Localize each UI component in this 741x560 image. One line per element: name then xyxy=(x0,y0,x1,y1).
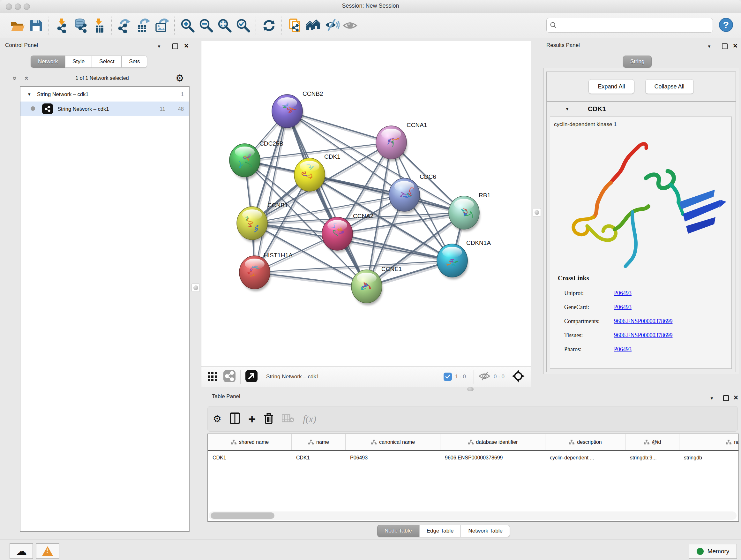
network-collection-row[interactable]: ▼ String Network – cdk1 1 xyxy=(20,87,189,102)
column-type-icon xyxy=(231,440,237,445)
column-header-database-identifier[interactable]: database identifier xyxy=(441,434,545,450)
crosslink-link[interactable]: P06493 xyxy=(614,290,631,297)
table-horizontal-scrollbar[interactable] xyxy=(209,511,737,520)
table-cell[interactable]: P06493 xyxy=(346,451,441,465)
tab-select[interactable]: Select xyxy=(92,56,122,68)
expand-all-tree-button[interactable]: » xyxy=(24,74,28,82)
crosslink-link[interactable]: 9606.ENSP00000378699 xyxy=(614,332,673,339)
tab-network[interactable]: Network xyxy=(30,56,65,68)
results-panel-close-button[interactable]: ✕ xyxy=(733,42,738,50)
import-network-database-button[interactable] xyxy=(71,16,90,35)
table-cell[interactable]: stringdb xyxy=(679,451,739,465)
warnings-button[interactable] xyxy=(36,543,59,559)
table-panel-menu-button[interactable]: ▼ xyxy=(710,395,714,401)
zoom-fit-button[interactable] xyxy=(215,16,234,35)
table-cell[interactable]: stringdb:9... xyxy=(625,451,679,465)
table-cell[interactable]: CDK1 xyxy=(208,451,292,465)
fit-selected-crosshair-button[interactable] xyxy=(512,369,525,384)
table-cell[interactable]: 9606.ENSP00000378699 xyxy=(441,451,545,465)
selected-indicator-checkbox[interactable] xyxy=(444,373,452,381)
table-cell[interactable]: cyclin-dependent ... xyxy=(545,451,625,465)
network-node-CCNA1[interactable]: CCNA1 xyxy=(376,122,427,161)
tab-network-table[interactable]: Network Table xyxy=(461,525,510,537)
duplicate-network-button[interactable] xyxy=(286,16,304,35)
control-panel-title: Control Panel xyxy=(5,42,38,49)
help-button[interactable]: ? xyxy=(718,17,734,34)
tab-node-table[interactable]: Node Table xyxy=(377,525,419,537)
show-hide-button[interactable] xyxy=(323,16,341,35)
tab-sets[interactable]: Sets xyxy=(122,56,147,68)
node-table[interactable]: shared name name canonical name database… xyxy=(207,434,739,522)
create-column-button[interactable]: + xyxy=(248,414,256,424)
cloud-status-button[interactable]: ☁ xyxy=(10,543,33,559)
save-session-button[interactable] xyxy=(27,16,45,35)
delete-column-button[interactable] xyxy=(264,413,273,425)
export-image-button[interactable] xyxy=(152,16,171,35)
expand-all-button[interactable]: Expand All xyxy=(589,79,634,94)
export-table-button[interactable] xyxy=(134,16,152,35)
home-button[interactable] xyxy=(304,16,323,35)
show-columns-button[interactable] xyxy=(230,413,240,425)
network-node-CCNB2[interactable]: CCNB2 xyxy=(272,90,323,130)
section-collapse-icon[interactable]: ▼ xyxy=(565,107,569,111)
table-options-gear-button[interactable]: ⚙ xyxy=(213,414,221,424)
zoom-in-icon xyxy=(180,18,195,33)
network-node-RB1[interactable]: RB1 xyxy=(449,192,490,232)
import-network-button[interactable] xyxy=(53,16,71,35)
network-node-CDK1[interactable]: CDK1 xyxy=(294,153,340,193)
network-options-gear-button[interactable]: ⚙ xyxy=(176,73,184,83)
network-share-button[interactable] xyxy=(223,370,236,384)
refresh-layout-button[interactable] xyxy=(260,16,278,35)
crosslink-link[interactable]: P06493 xyxy=(614,346,631,353)
crosslink-link[interactable]: 9606.ENSP00000378699 xyxy=(614,318,673,325)
column-header-namespace[interactable]: namespace xyxy=(679,434,739,450)
search-box[interactable] xyxy=(546,18,713,33)
column-header-shared-name[interactable]: shared name xyxy=(208,434,292,450)
table-row[interactable]: CDK1 CDK1 P06493 9606.ENSP00000378699 cy… xyxy=(208,451,738,465)
crosslink-link[interactable]: P06493 xyxy=(614,304,631,311)
export-network-button[interactable] xyxy=(116,16,134,35)
eye-disabled-button[interactable] xyxy=(341,16,360,35)
network-row[interactable]: String Network – cdk1 11 48 xyxy=(20,102,189,116)
open-in-string-button[interactable] xyxy=(245,370,258,384)
zoom-selected-button[interactable] xyxy=(234,16,253,35)
open-session-button[interactable] xyxy=(8,16,27,35)
network-edge-count: 48 xyxy=(178,106,184,112)
table-panel-close-button[interactable]: ✕ xyxy=(733,394,738,401)
column-header-canonical-name[interactable]: canonical name xyxy=(346,434,441,450)
results-panel-menu-button[interactable]: ▼ xyxy=(707,44,711,49)
column-header--id[interactable]: @id xyxy=(625,434,679,450)
birdseye-grid-button[interactable] xyxy=(207,371,218,383)
column-header-name[interactable]: name xyxy=(292,434,346,450)
zoom-in-button[interactable] xyxy=(179,16,197,35)
cdk1-section-header[interactable]: ▼ CDK1 xyxy=(547,102,736,116)
tab-string[interactable]: String xyxy=(623,56,652,68)
table-panel-float-button[interactable] xyxy=(723,395,729,402)
table-cell[interactable]: CDK1 xyxy=(292,451,346,465)
import-network-database-icon xyxy=(73,18,88,33)
control-panel-float-button[interactable] xyxy=(172,44,178,51)
zoom-out-button[interactable] xyxy=(197,16,215,35)
collection-expand-icon[interactable]: ▼ xyxy=(20,92,31,97)
tab-style[interactable]: Style xyxy=(65,56,92,68)
memory-ok-dot-icon xyxy=(697,548,704,555)
left-splitter-handle[interactable] xyxy=(192,284,200,292)
control-panel-close-button[interactable]: ✕ xyxy=(184,42,189,50)
results-panel-float-button[interactable] xyxy=(722,44,728,51)
crosslink-label: Tissues: xyxy=(564,332,614,339)
memory-button[interactable]: Memory xyxy=(689,544,737,559)
import-table-button[interactable] xyxy=(90,16,108,35)
crosslinks-list: Uniprot: P06493 GeneCard: P06493 Compart… xyxy=(564,286,724,356)
collapse-all-tree-button[interactable]: » xyxy=(13,74,17,82)
right-splitter-handle[interactable] xyxy=(533,208,541,216)
search-input[interactable] xyxy=(557,22,710,29)
control-panel-menu-button[interactable]: ▼ xyxy=(157,44,161,49)
scrollbar-thumb[interactable] xyxy=(211,512,274,519)
tab-edge-table[interactable]: Edge Table xyxy=(419,525,461,537)
column-header-description[interactable]: description xyxy=(545,434,625,450)
crosshair-icon xyxy=(512,369,525,383)
crosslink-row: Uniprot: P06493 xyxy=(564,286,724,300)
collapse-all-button[interactable]: Collapse All xyxy=(645,79,694,94)
network-canvas[interactable]: CCNB2 CCNA1 CDC25B CDK1 CDC6 RB1 CCNB1 C… xyxy=(201,41,531,367)
horizontal-splitter-handle[interactable] xyxy=(467,387,474,391)
